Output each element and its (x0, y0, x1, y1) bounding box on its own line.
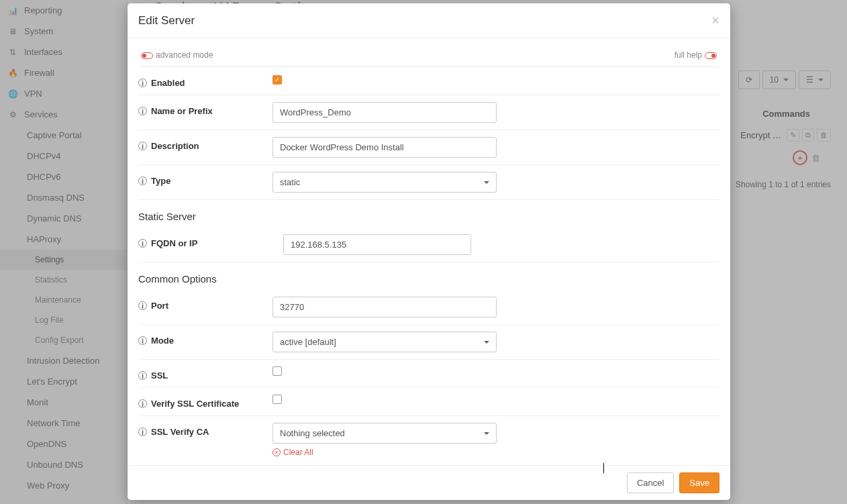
edit-server-modal: Edit Server × advanced mode full help iE… (128, 3, 730, 500)
name-label: Name or Prefix (151, 106, 213, 116)
verify-ssl-label: Verify SSL Certificate (151, 399, 239, 409)
ssl-label: SSL (151, 370, 168, 381)
description-label: Description (151, 141, 199, 151)
common-options-heading: Common Options (138, 262, 719, 290)
info-icon[interactable]: i (138, 142, 147, 150)
advanced-mode-toggle[interactable]: advanced mode (138, 50, 213, 60)
port-label: Port (151, 301, 168, 311)
modal-title: Edit Server (138, 14, 195, 28)
name-input[interactable] (272, 102, 497, 123)
fqdn-label: FQDN or IP (151, 238, 197, 248)
caret-icon (484, 181, 489, 184)
port-input[interactable] (272, 297, 497, 317)
type-label: Type (151, 176, 170, 186)
ssl-checkbox[interactable] (272, 366, 282, 376)
static-server-heading: Static Server (138, 200, 719, 228)
enabled-label: Enabled (151, 78, 185, 88)
mode-select[interactable]: active [default] (272, 332, 497, 352)
caret-icon (484, 341, 489, 344)
full-help-toggle[interactable]: full help (675, 50, 719, 60)
info-icon[interactable]: i (138, 239, 147, 248)
ssl-verify-ca-label: SSL Verify CA (151, 427, 209, 437)
info-icon[interactable]: i (138, 399, 147, 408)
type-select[interactable]: static (272, 172, 497, 193)
enabled-checkbox[interactable]: ✓ (272, 75, 282, 85)
info-icon[interactable]: i (138, 427, 147, 436)
cancel-button[interactable]: Cancel (627, 472, 674, 493)
info-icon[interactable]: i (138, 177, 147, 185)
clear-icon: × (272, 448, 281, 456)
caret-icon (484, 432, 489, 435)
fqdn-input[interactable] (283, 234, 471, 255)
info-icon[interactable]: i (138, 336, 147, 345)
mode-label: Mode (151, 336, 174, 346)
info-icon[interactable]: i (138, 301, 147, 310)
close-icon[interactable]: × (711, 13, 719, 28)
info-icon[interactable]: i (138, 107, 147, 115)
save-button[interactable]: Save (679, 472, 719, 493)
description-input[interactable] (272, 137, 497, 158)
ssl-verify-ca-select[interactable]: Nothing selected (272, 423, 497, 444)
clear-all-link[interactable]: ×Clear All (272, 448, 719, 457)
info-icon[interactable]: i (138, 371, 147, 380)
verify-ssl-checkbox[interactable] (272, 395, 282, 404)
info-icon[interactable]: i (138, 79, 147, 87)
text-cursor (603, 463, 604, 473)
